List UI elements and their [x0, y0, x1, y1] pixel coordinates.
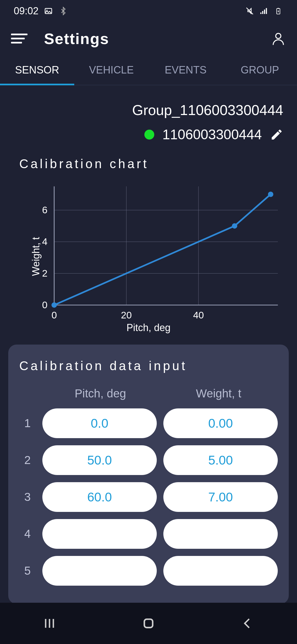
page-title: Settings [44, 30, 271, 48]
chart-section-title: Calibration chart [8, 151, 289, 179]
svg-point-26 [232, 223, 237, 229]
sensor-row: 1106003300444 [8, 124, 289, 151]
tab-label: SENSOR [15, 64, 59, 76]
sensor-id: 1106003300444 [163, 127, 262, 143]
svg-text:0: 0 [51, 310, 57, 320]
home-button[interactable] [139, 614, 158, 633]
tab-label: EVENTS [165, 64, 207, 76]
svg-text:2: 2 [42, 268, 48, 279]
status-bar: 09:02 [0, 0, 297, 22]
weight-input[interactable] [163, 556, 278, 586]
recents-button[interactable] [40, 614, 59, 633]
calibration-chart: 024602040 Weight, t Pitch, deg [14, 179, 283, 334]
weight-input[interactable] [163, 519, 278, 549]
svg-rect-5 [266, 8, 267, 14]
edit-button[interactable] [270, 128, 283, 141]
svg-rect-31 [144, 619, 153, 627]
svg-text:20: 20 [121, 310, 132, 320]
pitch-input[interactable] [42, 519, 157, 549]
vibration-icon [245, 6, 255, 16]
tab-sensor[interactable]: SENSOR [0, 55, 74, 85]
app-bar: Settings [0, 22, 297, 55]
svg-point-25 [51, 302, 57, 308]
chart-x-axis-label: Pitch, deg [127, 322, 170, 334]
calibration-input-card: Calibration data input Pitch, deg Weight… [8, 345, 289, 604]
table-row: 4 [19, 519, 278, 549]
svg-text:6: 6 [42, 204, 48, 215]
content: Group_1106003300444 1106003300444 Calibr… [0, 85, 297, 604]
pitch-input[interactable]: 0.0 [42, 408, 157, 438]
pitch-input[interactable]: 50.0 [42, 445, 157, 475]
system-nav-bar [0, 603, 297, 644]
chart-canvas: 024602040 [14, 179, 283, 334]
table-header-row: Pitch, deg Weight, t [19, 387, 278, 400]
svg-point-8 [276, 33, 281, 39]
menu-button[interactable] [11, 30, 28, 47]
chart-y-axis-label: Weight, t [30, 237, 42, 276]
svg-text:0: 0 [42, 299, 48, 310]
table-row: 250.05.00 [19, 445, 278, 475]
column-header-pitch: Pitch, deg [41, 387, 160, 400]
table-row: 10.00.00 [19, 408, 278, 438]
bluetooth-icon [58, 6, 68, 16]
status-dot-icon [144, 130, 154, 140]
tab-label: VEHICLE [89, 64, 134, 76]
weight-input[interactable]: 0.00 [163, 408, 278, 438]
svg-text:4: 4 [42, 236, 48, 247]
pitch-input[interactable]: 60.0 [42, 482, 157, 512]
table-row: 360.07.00 [19, 482, 278, 512]
image-icon [43, 6, 53, 16]
status-time: 09:02 [14, 5, 38, 17]
column-header-weight: Weight, t [160, 387, 278, 400]
row-number: 4 [19, 527, 36, 541]
tab-events[interactable]: EVENTS [148, 55, 223, 85]
tab-vehicle[interactable]: VEHICLE [74, 55, 148, 85]
input-section-title: Calibration data input [19, 358, 278, 373]
row-number: 2 [19, 454, 36, 467]
profile-button[interactable] [271, 31, 286, 46]
battery-charging-icon [273, 6, 283, 16]
tab-group[interactable]: GROUP [223, 55, 297, 85]
weight-input[interactable]: 5.00 [163, 445, 278, 475]
row-number: 1 [19, 417, 36, 430]
tab-label: GROUP [241, 64, 279, 76]
svg-rect-7 [277, 8, 279, 9]
pitch-input[interactable] [42, 556, 157, 586]
svg-rect-2 [260, 12, 262, 14]
signal-icon [259, 6, 269, 16]
group-name: Group_1106003300444 [8, 94, 289, 124]
svg-point-27 [268, 192, 273, 197]
back-button[interactable] [238, 614, 257, 633]
svg-rect-3 [262, 11, 263, 14]
svg-rect-4 [264, 10, 265, 14]
tabs: SENSOR VEHICLE EVENTS GROUP [0, 55, 297, 85]
svg-text:40: 40 [193, 310, 204, 320]
row-number: 3 [19, 490, 36, 504]
table-row: 5 [19, 556, 278, 586]
row-number: 5 [19, 564, 36, 577]
weight-input[interactable]: 7.00 [163, 482, 278, 512]
